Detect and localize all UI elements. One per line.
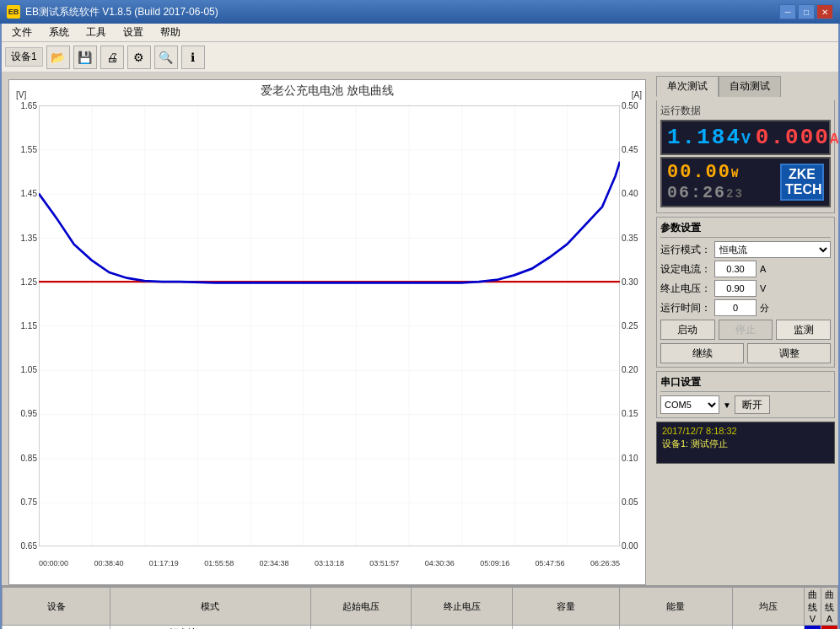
maximize-button[interactable]: □ <box>798 4 815 19</box>
voltage-stop-label: 终止电压： <box>660 282 711 296</box>
svg-rect-0 <box>39 105 620 546</box>
col-end-v: 终止电压 <box>412 588 513 626</box>
cell-end-v: 0.904V <box>412 626 513 630</box>
cell-capacity: 1931mAh <box>513 626 620 630</box>
y-axis-left-label: [V] <box>16 90 26 99</box>
run-time-row: 运行时间： 分 <box>660 299 831 316</box>
cell-mode: 恒电流 0.30A 0.90V <box>110 626 310 630</box>
title-bar: EB EB测试系统软件 V1.8.5 (Build 2017-06-05) ─ … <box>0 0 840 24</box>
col-curve-a: 曲线A <box>821 588 838 626</box>
info-button[interactable]: ℹ <box>181 46 205 69</box>
params-title: 参数设置 <box>660 221 831 238</box>
com-row: COM5 ▼ 断开 <box>660 395 831 414</box>
col-energy: 能量 <box>619 588 732 626</box>
current-set-row: 设定电流： A <box>660 261 831 277</box>
col-device: 设备 <box>3 588 110 626</box>
close-button[interactable]: ✕ <box>816 4 833 19</box>
tab-auto-test[interactable]: 自动测试 <box>719 76 781 97</box>
com-title: 串口设置 <box>660 375 831 392</box>
y-axis-right: 0.500.450.400.35 0.300.250.200.15 0.100.… <box>620 101 645 551</box>
col-mode: 模式 <box>110 588 310 626</box>
chart-inner <box>39 105 620 546</box>
menu-system[interactable]: 系统 <box>42 24 76 41</box>
y-axis-left: 1.651.551.451.35 1.251.151.050.95 0.850.… <box>9 101 39 551</box>
col-curve-v: 曲线V <box>805 588 821 626</box>
window-controls: ─ □ ✕ <box>779 4 833 19</box>
disconnect-button[interactable]: 断开 <box>735 395 770 414</box>
window-title: EB测试系统软件 V1.8.5 (Build 2017-06-05) <box>25 5 779 19</box>
params-section: 参数设置 运行模式： 恒电流 设定电流： A 终止电压： V <box>656 217 835 368</box>
menu-file[interactable]: 文件 <box>5 24 39 41</box>
current-display: 0.000A <box>756 125 838 150</box>
control-buttons: 启动 停止 监测 <box>660 320 831 340</box>
com-section: 串口设置 COM5 ▼ 断开 <box>656 371 835 418</box>
open-button[interactable]: 📂 <box>46 46 70 69</box>
col-capacity: 容量 <box>513 588 620 626</box>
bottom-table-area: 设备 模式 起始电压 终止电压 容量 能量 均压 曲线V 曲线A EBD-M03… <box>2 585 838 627</box>
time-display: 06:2623 <box>667 183 744 202</box>
tabs: 单次测试 自动测试 <box>656 76 835 97</box>
col-start-v: 起始电压 <box>310 588 412 626</box>
table-row: EBD-M03 恒电流 0.30A 0.90V 1.426V 0.904V 19… <box>3 626 838 630</box>
device-label: 设备1 <box>5 47 43 67</box>
power-time-display: 00.00W 06:2623 ZKE TECH <box>660 157 831 207</box>
minimize-button[interactable]: ─ <box>779 4 796 19</box>
toolbar: 设备1 📂 💾 🖨 ⚙ 🔍 ℹ <box>2 42 838 73</box>
cell-energy: 2366mWh <box>619 626 732 630</box>
tab-single-test[interactable]: 单次测试 <box>656 76 719 97</box>
voltage-display: 1.184V <box>667 125 752 150</box>
print-button[interactable]: 🖨 <box>100 46 124 69</box>
x-axis: 00:00:0000:38:4001:17:19 01:55:5802:34:3… <box>39 559 620 567</box>
y-axis-right-label: [A] <box>632 90 642 99</box>
current-set-label: 设定电流： <box>660 262 711 277</box>
status-time: 2017/12/7 8:18:32 <box>662 426 829 436</box>
cell-avg-v: 1.23V <box>732 626 804 630</box>
search-button[interactable]: 🔍 <box>154 46 178 69</box>
power-display: 00.00W <box>667 162 744 183</box>
menu-help[interactable]: 帮助 <box>153 24 187 41</box>
cell-device: EBD-M03 <box>3 626 110 630</box>
chart-wrapper: 爱老公充电电池 放电曲线 [V] [A] ZKETECH 1.651.551.4… <box>2 73 653 585</box>
run-time-input[interactable] <box>714 299 757 316</box>
cell-curve-v <box>805 626 821 630</box>
monitor-button[interactable]: 监测 <box>776 320 831 340</box>
zke-logo: ZKE TECH <box>780 164 824 200</box>
mode-label: 运行模式： <box>660 243 711 257</box>
current-unit: A <box>760 264 777 274</box>
voltage-stop-row: 终止电压： V <box>660 280 831 297</box>
chart-title: 爱老公充电电池 放电曲线 <box>9 80 645 102</box>
continue-button[interactable]: 继续 <box>660 343 744 363</box>
table-header-row: 设备 模式 起始电压 终止电压 容量 能量 均压 曲线V 曲线A <box>3 588 838 626</box>
col-avg-v: 均压 <box>732 588 804 626</box>
voltage-current-display: 1.184V 0.000A <box>660 120 831 155</box>
stop-button[interactable]: 停止 <box>719 320 773 340</box>
run-time-label: 运行时间： <box>660 301 711 315</box>
right-panel: 单次测试 自动测试 运行数据 1.184V 0.000A <box>653 73 838 585</box>
cell-start-v: 1.426V <box>310 626 412 630</box>
voltage-stop-unit: V <box>760 283 777 293</box>
voltage-stop-input[interactable] <box>714 280 757 297</box>
com-select[interactable]: COM5 <box>660 395 719 414</box>
status-message: 设备1: 测试停止 <box>662 438 829 450</box>
menu-settings[interactable]: 设置 <box>116 24 150 41</box>
secondary-buttons: 继续 调整 <box>660 343 831 363</box>
mode-row: 运行模式： 恒电流 <box>660 241 831 258</box>
app-icon: EB <box>7 5 20 19</box>
menu-bar: 文件 系统 工具 设置 帮助 <box>2 24 838 42</box>
adjust-button[interactable]: 调整 <box>747 343 831 363</box>
save-button[interactable]: 💾 <box>73 46 97 69</box>
mode-select[interactable]: 恒电流 <box>714 241 831 258</box>
run-time-unit: 分 <box>760 302 777 314</box>
current-set-input[interactable] <box>714 261 757 277</box>
settings-button[interactable]: ⚙ <box>127 46 151 69</box>
run-data-label: 运行数据 <box>660 104 831 118</box>
start-button[interactable]: 启动 <box>660 320 715 340</box>
status-section: 2017/12/7 8:18:32 设备1: 测试停止 <box>656 422 835 464</box>
cell-curve-a <box>821 626 838 630</box>
data-table: 设备 模式 起始电压 终止电压 容量 能量 均压 曲线V 曲线A EBD-M03… <box>2 587 838 629</box>
menu-tools[interactable]: 工具 <box>79 24 113 41</box>
chart-area: 爱老公充电电池 放电曲线 [V] [A] ZKETECH 1.651.551.4… <box>8 79 646 585</box>
